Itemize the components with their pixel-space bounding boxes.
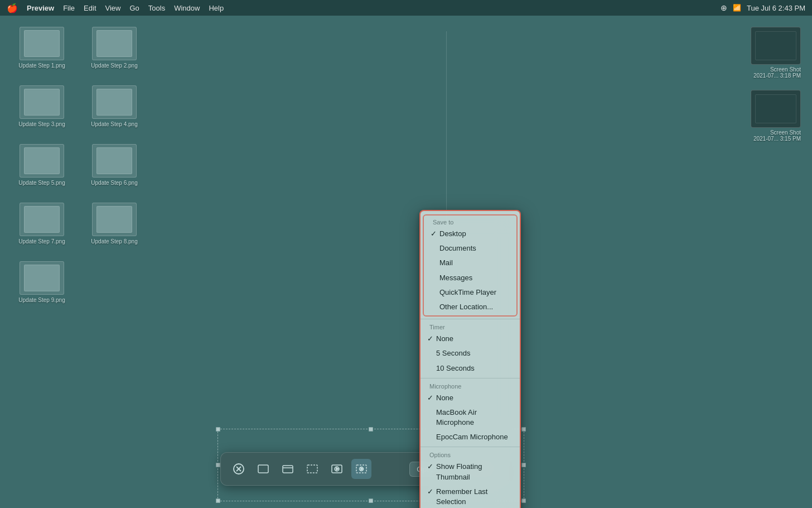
list-item[interactable]: Update Step 1.png xyxy=(11,27,72,69)
file-thumbnail xyxy=(92,203,137,236)
list-item[interactable]: Update Step 5.png xyxy=(11,144,72,186)
file-label: Update Step 2.png xyxy=(91,63,137,69)
microphone-header: Microphone xyxy=(420,381,520,391)
file-label: Update Step 3.png xyxy=(18,121,65,127)
file-thumbnail xyxy=(92,27,137,60)
full-screen-capture-icon[interactable] xyxy=(253,459,273,479)
menubar: 🍎 Preview File Edit View Go Tools Window… xyxy=(0,0,812,16)
menu-item-timer-10s[interactable]: 10 Seconds xyxy=(420,361,520,376)
selection-handle-br[interactable] xyxy=(521,499,526,503)
menubar-left: 🍎 Preview File Edit View Go Tools Window… xyxy=(7,3,224,13)
fullscreen-video-icon[interactable] xyxy=(327,459,347,479)
selection-handle-bl[interactable] xyxy=(216,499,220,503)
app-name[interactable]: Preview xyxy=(27,4,54,12)
wifi-icon[interactable]: 📶 xyxy=(733,4,741,12)
menu-item-documents[interactable]: Documents xyxy=(424,241,516,256)
file-thumbnail xyxy=(20,27,64,60)
svg-rect-6 xyxy=(307,465,317,473)
file-label: Update Step 9.png xyxy=(18,297,65,303)
menubar-time: Tue Jul 6 2:43 PM xyxy=(747,4,805,12)
menu-item-mic-epoccam[interactable]: EpocCam Microphone xyxy=(420,430,520,444)
file-label: Update Step 7.png xyxy=(18,238,65,245)
file-label: Update Step 6.png xyxy=(91,180,137,186)
close-toolbar-button[interactable] xyxy=(229,459,249,479)
menu-item-other-location[interactable]: Other Location... xyxy=(424,300,516,314)
selection-handle-ml[interactable] xyxy=(216,463,220,467)
list-item[interactable]: Update Step 2.png xyxy=(84,27,145,69)
menu-window[interactable]: Window xyxy=(174,4,200,12)
selection-handle-tl[interactable] xyxy=(216,427,220,432)
menu-go[interactable]: Go xyxy=(129,4,139,12)
menu-file[interactable]: File xyxy=(63,4,75,12)
timer-header: Timer xyxy=(420,322,520,332)
list-item[interactable]: Update Step 7.png xyxy=(11,203,72,245)
menu-item-remember-last[interactable]: Remember Last Selection xyxy=(420,485,520,508)
file-thumbnail xyxy=(92,144,137,178)
list-item[interactable]: Update Step 4.png xyxy=(84,85,145,127)
selection-handle-tm[interactable] xyxy=(369,427,373,432)
menu-item-desktop[interactable]: Desktop xyxy=(424,227,516,241)
list-item[interactable]: Update Step 6.png xyxy=(84,144,145,186)
svg-rect-3 xyxy=(258,465,268,473)
menu-item-mic-macbook[interactable]: MacBook Air Microphone xyxy=(420,405,520,430)
options-dropdown-menu: Save to Desktop Documents Mail Messages … xyxy=(419,210,521,508)
menu-item-mail[interactable]: Mail xyxy=(424,256,516,270)
control-center-icon[interactable]: ⊕ xyxy=(721,3,727,12)
file-label: Update Step 4.png xyxy=(91,121,137,127)
file-thumbnail xyxy=(20,261,64,295)
menu-item-timer-none[interactable]: None xyxy=(420,332,520,346)
file-thumbnail xyxy=(20,203,64,236)
menu-help[interactable]: Help xyxy=(209,4,224,12)
file-thumbnail xyxy=(20,85,64,119)
file-grid-left: Update Step 1.png Update Step 2.png Upda… xyxy=(11,27,145,303)
menu-item-quicktime[interactable]: QuickTime Player xyxy=(424,285,516,300)
file-label: Update Step 1.png xyxy=(18,63,65,69)
menu-tools[interactable]: Tools xyxy=(148,4,165,12)
menu-separator xyxy=(420,378,520,378)
save-to-section: Save to Desktop Documents Mail Messages … xyxy=(423,214,518,317)
save-to-header: Save to xyxy=(424,217,516,227)
file-label: Update Step 8.png xyxy=(91,238,137,245)
apple-menu[interactable]: 🍎 xyxy=(7,3,18,13)
selection-handle-mr[interactable] xyxy=(521,463,526,467)
desktop: Update Step 1.png Update Step 2.png Upda… xyxy=(0,16,812,508)
menu-item-mic-none[interactable]: None xyxy=(420,391,520,405)
file-thumbnail xyxy=(20,144,64,178)
toolbar-icons xyxy=(229,459,371,479)
screenshot-label: Screen Shot 2021-07... 3:18 PM xyxy=(753,66,801,79)
selection-capture-icon[interactable] xyxy=(302,459,322,479)
screenshot-thumbnail xyxy=(751,90,801,128)
menu-item-timer-5s[interactable]: 5 Seconds xyxy=(420,346,520,361)
list-item[interactable]: Update Step 3.png xyxy=(11,85,72,127)
window-capture-icon[interactable] xyxy=(278,459,298,479)
screenshot-thumbnail xyxy=(751,27,801,65)
list-item[interactable]: Screen Shot 2021-07... 3:15 PM xyxy=(751,90,801,142)
menu-edit[interactable]: Edit xyxy=(84,4,96,12)
menu-view[interactable]: View xyxy=(105,4,121,12)
selection-handle-tr[interactable] xyxy=(521,427,526,432)
list-item[interactable]: Update Step 8.png xyxy=(84,203,145,245)
list-item[interactable]: Update Step 9.png xyxy=(11,261,72,303)
menubar-right: ⊕ 📶 Tue Jul 6 2:43 PM xyxy=(721,3,805,12)
menu-separator xyxy=(420,447,520,447)
selection-handle-bm[interactable] xyxy=(369,499,373,503)
list-item[interactable]: Screen Shot 2021-07... 3:18 PM xyxy=(751,27,801,79)
menu-item-messages[interactable]: Messages xyxy=(424,271,516,285)
selection-video-icon[interactable] xyxy=(351,459,371,479)
svg-rect-4 xyxy=(283,466,293,473)
menu-item-show-floating[interactable]: Show Floating Thumbnail xyxy=(420,459,520,484)
menu-separator xyxy=(420,319,520,319)
options-section-header: Options xyxy=(420,449,520,459)
file-thumbnail xyxy=(92,85,137,119)
file-grid-right: Screen Shot 2021-07... 3:18 PM Screen Sh… xyxy=(751,27,801,142)
screenshot-label: Screen Shot 2021-07... 3:15 PM xyxy=(753,130,801,142)
file-label: Update Step 5.png xyxy=(18,180,65,186)
